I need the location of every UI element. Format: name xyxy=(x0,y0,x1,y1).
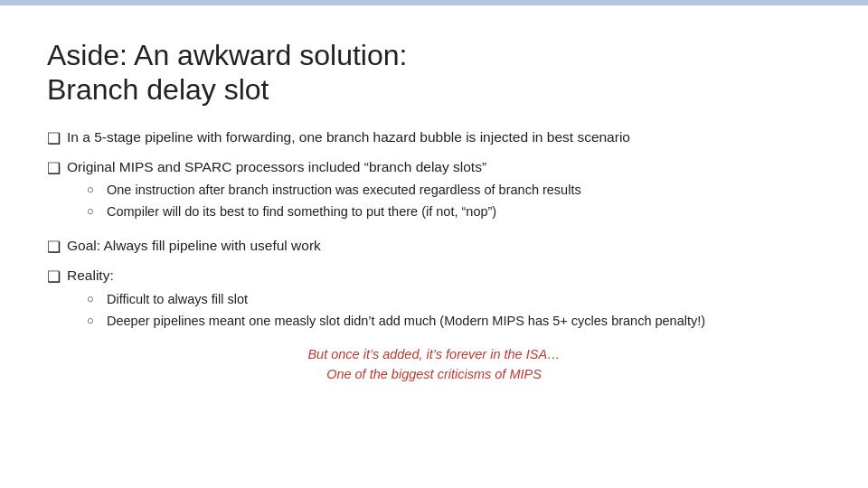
bullet-item-3: Goal: Always fill pipeline with useful w… xyxy=(47,236,821,257)
sub-bullet-text-1: One instruction after branch instruction… xyxy=(107,181,821,200)
sub-bullet-icon-2 xyxy=(87,203,107,218)
sub-bullet-text-3: Difficult to always fill slot xyxy=(107,290,821,309)
bullet-item-2: Original MIPS and SPARC processors inclu… xyxy=(47,157,821,228)
title-line2: Branch delay slot xyxy=(47,73,269,106)
bullet-item-1: In a 5-stage pipeline with forwarding, o… xyxy=(47,127,821,148)
sub-bullet-icon-3 xyxy=(87,291,107,305)
slide: Aside: An awkward solution: Branch delay… xyxy=(0,0,868,488)
sub-bullet-item-2: Compiler will do its best to find someth… xyxy=(87,202,821,221)
bullet-text-2: Original MIPS and SPARC processors inclu… xyxy=(67,159,486,174)
sub-bullets-2: One instruction after branch instruction… xyxy=(87,181,821,221)
bullet-item-4: Reality: Difficult to always fill slot D… xyxy=(47,266,821,336)
bullet-text-4: Reality: xyxy=(67,267,114,283)
bullet-icon-3 xyxy=(47,238,67,257)
sub-bullet-icon-4 xyxy=(87,313,107,327)
slide-content: In a 5-stage pipeline with forwarding, o… xyxy=(47,127,821,385)
sub-bullet-item-4: Deeper pipelines meant one measly slot d… xyxy=(87,312,821,331)
title-line1: Aside: An awkward solution: xyxy=(47,39,407,71)
highlight-block: But once it’s added, it’s forever in the… xyxy=(47,345,821,385)
bullet-text-1: In a 5-stage pipeline with forwarding, o… xyxy=(67,127,821,147)
sub-bullet-text-2: Compiler will do its best to find someth… xyxy=(107,202,821,221)
bullet-icon-2 xyxy=(47,159,67,178)
bullet-icon-1 xyxy=(47,129,67,148)
slide-title: Aside: An awkward solution: Branch delay… xyxy=(47,38,821,108)
sub-bullet-icon-1 xyxy=(87,182,107,196)
sub-bullet-item-3: Difficult to always fill slot xyxy=(87,290,821,309)
highlight-line2: One of the biggest criticisms of MIPS xyxy=(47,365,821,385)
highlight-line1: But once it’s added, it’s forever in the… xyxy=(47,345,821,365)
sub-bullets-4: Difficult to always fill slot Deeper pip… xyxy=(87,290,821,331)
sub-bullet-text-4: Deeper pipelines meant one measly slot d… xyxy=(107,312,821,331)
sub-bullet-item-1: One instruction after branch instruction… xyxy=(87,181,821,200)
bullet-text-3: Goal: Always fill pipeline with useful w… xyxy=(67,236,821,256)
bullet-icon-4 xyxy=(47,267,67,286)
